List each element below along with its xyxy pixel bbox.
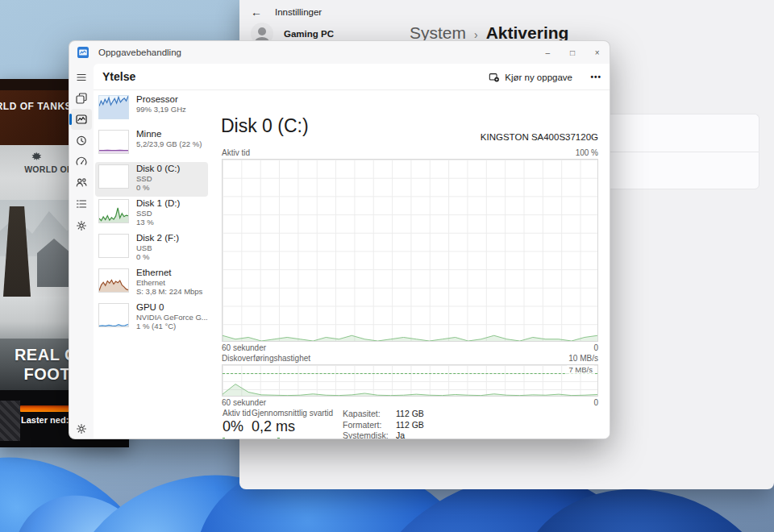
list-item-ethernet[interactable]: Ethernet Ethernet S: 3,8 M: 224 Mbps xyxy=(95,266,208,301)
detail-label: Formatert: xyxy=(343,420,396,430)
desktop: WORLD OF TANKS WORLD OF TANKS REAL GAME … xyxy=(0,0,774,532)
item-sub: 1 % (41 °C) xyxy=(136,322,205,330)
tm-toolbar: Ytelse Kjør ny oppgave ••• xyxy=(94,64,610,90)
item-sub: 13 % xyxy=(136,218,180,227)
minimize-button[interactable]: – xyxy=(535,41,560,64)
cpu-mini-chart xyxy=(98,95,129,119)
transfer-rate-chart[interactable]: 7 MB/s xyxy=(222,364,598,397)
disk-details-table: Kapasitet: 112 GB Formatert: 112 GB Syst… xyxy=(343,409,424,439)
menu-icon[interactable] xyxy=(75,71,88,84)
app-history-icon[interactable] xyxy=(75,134,88,147)
tm-window-title: Oppgavebehandling xyxy=(98,48,181,57)
item-name: Ethernet xyxy=(136,268,202,278)
task-manager-app-icon xyxy=(77,47,89,58)
active-time-x-label: 60 sekunder xyxy=(222,343,266,352)
avatar-head xyxy=(258,27,266,35)
item-name: Prosessor xyxy=(136,94,186,105)
ethernet-mini-chart xyxy=(98,268,129,293)
disk1-mini-chart xyxy=(98,199,129,223)
transfer-scale-marker: 7 MB/s xyxy=(567,365,594,374)
processes-icon[interactable] xyxy=(75,92,88,105)
active-time-stat-label: Aktiv tid xyxy=(223,409,251,418)
active-time-chart[interactable] xyxy=(222,159,598,342)
download-thumbnail xyxy=(0,401,20,441)
item-name: Disk 0 (C:) xyxy=(136,164,180,174)
performance-accent-bar xyxy=(69,114,72,125)
active-time-min: 0 xyxy=(593,343,598,352)
active-time-max: 100 % xyxy=(576,148,598,157)
disk2-mini-chart xyxy=(98,234,129,258)
settings-window-title: Innstillinger xyxy=(275,7,322,17)
disk-device-name: KINGSTON SA400S37120G xyxy=(481,132,598,142)
tm-titlebar[interactable]: Oppgavebehandling – □ × xyxy=(69,41,610,64)
item-sub: 0 % xyxy=(136,252,179,261)
run-new-task-button[interactable]: Kjør ny oppgave xyxy=(482,68,579,86)
details-icon[interactable] xyxy=(75,197,88,210)
item-sub: SSD xyxy=(136,174,180,183)
run-new-task-label: Kjør ny oppgave xyxy=(505,73,572,82)
detail-value: 112 GB xyxy=(396,409,424,419)
disk0-mini-chart xyxy=(98,164,129,189)
memory-mini-chart xyxy=(98,130,129,154)
transfer-axis-label: Diskoverføringshastighet xyxy=(222,354,310,363)
back-icon[interactable]: ← xyxy=(251,6,262,19)
item-sub: USB xyxy=(136,243,179,252)
performance-list: Prosessor 99% 3,19 GHz Minne 5,2/23,9 GB… xyxy=(95,93,208,335)
transfer-max: 10 MB/s xyxy=(568,354,598,363)
detail-row: Systemdisk: Ja xyxy=(343,430,424,439)
run-task-icon xyxy=(489,72,500,83)
detail-value: 112 GB xyxy=(396,420,424,430)
services-icon[interactable] xyxy=(75,219,88,232)
transfer-scale-marker-line xyxy=(223,373,597,374)
startup-apps-icon[interactable] xyxy=(75,155,88,168)
item-name: Disk 1 (D:) xyxy=(136,198,180,209)
item-sub: 0 % xyxy=(136,183,180,192)
write-speed-stat-label: Skrivehastighet xyxy=(277,438,610,439)
item-sub: Ethernet xyxy=(136,278,202,287)
more-options-button[interactable]: ••• xyxy=(590,68,601,86)
item-name: GPU 0 xyxy=(136,302,205,313)
item-sub: NVIDIA GeForce G... xyxy=(136,313,205,322)
disk-title: Disk 0 (C:) xyxy=(221,115,309,137)
item-sub: S: 3,8 M: 224 Mbps xyxy=(136,287,202,296)
download-label: Laster ned: xyxy=(21,415,69,425)
task-manager-window: Oppgavebehandling – □ × xyxy=(69,40,610,439)
chevron-right-icon: › xyxy=(474,28,478,41)
item-sub: SSD xyxy=(136,209,180,218)
disk-detail-panel: Disk 0 (C:) KINGSTON SA400S37120G Aktiv … xyxy=(216,93,605,438)
transfer-min: 0 xyxy=(593,398,598,407)
list-item-disk2[interactable]: Disk 2 (F:) USB 0 % xyxy=(95,231,208,266)
account-name: Gaming PC xyxy=(284,29,334,39)
tm-nav-rail xyxy=(69,64,94,438)
tanks-eagle-icon xyxy=(29,152,44,161)
tm-content: Ytelse Kjør ny oppgave ••• Prosessor xyxy=(94,64,610,438)
item-name: Disk 2 (F:) xyxy=(136,233,179,243)
detail-row: Formatert: 112 GB xyxy=(343,420,424,430)
page-title: Ytelse xyxy=(102,70,135,83)
performance-icon[interactable] xyxy=(75,113,88,126)
list-item-prosessor[interactable]: Prosessor 99% 3,19 GHz xyxy=(95,93,208,127)
transfer-x-label: 60 sekunder xyxy=(222,398,266,407)
list-item-minne[interactable]: Minne 5,2/23,9 GB (22 %) xyxy=(95,127,208,162)
users-icon[interactable] xyxy=(75,176,88,189)
item-name: Minne xyxy=(136,129,202,139)
close-button[interactable]: × xyxy=(585,41,610,64)
maximize-button[interactable]: □ xyxy=(560,41,585,64)
detail-label: Systemdisk: xyxy=(343,430,396,439)
detail-row: Kapasitet: 112 GB xyxy=(343,409,424,419)
response-time-stat-value: 0,2 ms xyxy=(252,418,295,435)
banner-title: WORLD OF TANKS xyxy=(0,101,72,112)
detail-value: Ja xyxy=(396,430,405,439)
list-item-disk0-selected[interactable]: Disk 0 (C:) SSD 0 % xyxy=(95,162,208,197)
detail-label: Kapasitet: xyxy=(343,409,396,419)
list-item-disk1[interactable]: Disk 1 (D:) SSD 13 % xyxy=(95,197,208,231)
response-time-stat-label: Gjennomsnittlig svartid xyxy=(252,409,333,418)
item-sub: 99% 3,19 GHz xyxy=(136,105,186,114)
active-time-stat-value: 0% xyxy=(223,418,243,435)
item-sub: 5,2/23,9 GB (22 %) xyxy=(136,139,202,148)
list-item-gpu0[interactable]: GPU 0 NVIDIA GeForce G... 1 % (41 °C) xyxy=(95,301,208,335)
settings-gear-icon[interactable] xyxy=(75,422,88,435)
gpu-mini-chart xyxy=(98,303,129,327)
active-time-axis-label: Aktiv tid xyxy=(222,148,250,157)
read-speed-stat-label: Lesehastighet xyxy=(223,438,281,439)
